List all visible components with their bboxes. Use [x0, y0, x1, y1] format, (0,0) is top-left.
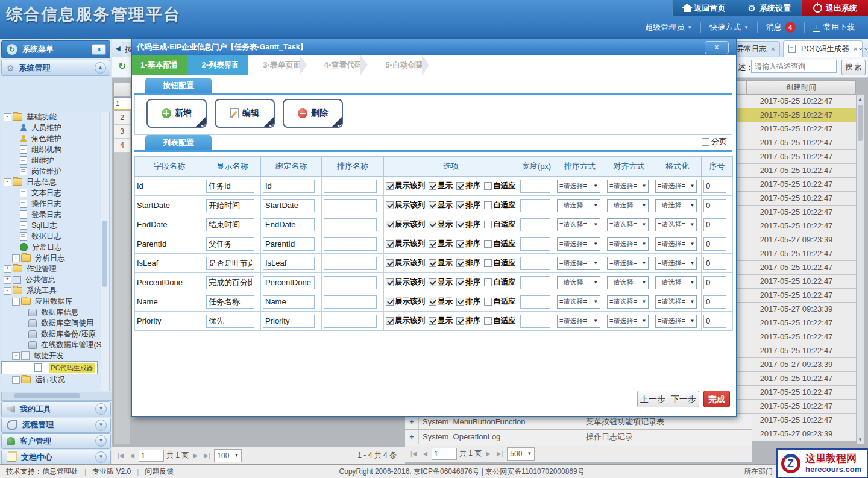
- tree-item-系统工具[interactable]: -系统工具: [1, 285, 102, 296]
- table-row[interactable]: 2017-05-27 09:23:39: [737, 303, 856, 316]
- width-input[interactable]: [520, 180, 550, 193]
- seq-input[interactable]: [703, 257, 726, 270]
- checkbox-自适应[interactable]: [484, 298, 492, 306]
- checkbox-展示该列[interactable]: [386, 298, 394, 306]
- tree-item-运行状况[interactable]: +运行状况: [1, 374, 102, 385]
- next-page-icon[interactable]: ▶: [484, 450, 492, 457]
- footer-item[interactable]: 问题反馈: [139, 467, 180, 477]
- page-number-input[interactable]: [432, 448, 457, 460]
- checkbox-展示该列[interactable]: [386, 317, 394, 325]
- next-page-icon[interactable]: ▶: [191, 452, 200, 459]
- sort-name-input[interactable]: [324, 276, 377, 289]
- checkbox-显示[interactable]: [429, 240, 436, 248]
- refresh-icon[interactable]: ↻: [7, 44, 17, 55]
- checkbox-展示该列[interactable]: [386, 278, 394, 286]
- sort-name-input[interactable]: [324, 295, 377, 309]
- tree-item-数据库空间使用[interactable]: 数据库空间使用: [1, 318, 102, 329]
- display-name-input[interactable]: [206, 315, 254, 328]
- format-select[interactable]: =请选择=▼: [655, 257, 697, 270]
- nav-home-button[interactable]: 返回首页: [672, 0, 737, 16]
- page-size-select[interactable]: 500 ▼: [507, 447, 535, 461]
- tree-item-数据库信息[interactable]: 数据库信息: [1, 307, 102, 318]
- seq-input[interactable]: [703, 199, 726, 212]
- table-row[interactable]: 2017-05-25 10:22:47: [737, 289, 856, 303]
- width-input[interactable]: [520, 295, 550, 309]
- display-name-input[interactable]: [206, 257, 254, 270]
- page-number-input[interactable]: [139, 450, 164, 462]
- checkbox-展示该列[interactable]: [386, 182, 394, 190]
- table-row[interactable]: 2017-05-25 10:22:47: [737, 108, 856, 122]
- bind-name-input[interactable]: [263, 276, 315, 289]
- format-select[interactable]: =请选择=▼: [655, 199, 697, 212]
- checkbox-自适应[interactable]: [484, 221, 492, 228]
- prev-page-icon[interactable]: ◀: [421, 450, 429, 457]
- collapse-icon[interactable]: -: [4, 113, 11, 121]
- sort-name-input[interactable]: [324, 199, 377, 212]
- bind-name-input[interactable]: [263, 199, 315, 212]
- align-select[interactable]: =请选择=▼: [607, 199, 649, 212]
- table-row[interactable]: 2017-05-25 10:22:47: [737, 316, 856, 330]
- format-select[interactable]: =请选择=▼: [655, 237, 697, 251]
- tree-item-岗位维护[interactable]: 岗位维护: [1, 166, 102, 177]
- first-page-icon[interactable]: |◀: [116, 452, 125, 459]
- modal-close-button[interactable]: x: [705, 41, 729, 54]
- chevron-up-icon[interactable]: ▲: [95, 62, 106, 74]
- tree-item-人员维护[interactable]: 人员维护: [1, 122, 102, 133]
- display-name-input[interactable]: [206, 237, 254, 251]
- tree-item-数据日志[interactable]: 数据日志: [1, 231, 102, 242]
- next-step-button[interactable]: 下一步: [668, 391, 699, 407]
- table-row[interactable]: 2017-05-25 10:22:47: [737, 386, 856, 400]
- checkbox-显示[interactable]: [429, 298, 436, 306]
- close-icon[interactable]: ×: [771, 45, 775, 52]
- sort-name-input[interactable]: [324, 218, 377, 231]
- width-input[interactable]: [520, 199, 550, 212]
- tree-item-PC代码生成器[interactable]: PC代码生成器: [1, 361, 98, 374]
- paging-checkbox[interactable]: [702, 138, 709, 146]
- table-row[interactable]: 2017-05-25 10:22:47: [737, 192, 856, 206]
- format-select[interactable]: =请选择=▼: [655, 295, 697, 309]
- sidebar-collapse-button[interactable]: «: [92, 44, 106, 55]
- align-select[interactable]: =请选择=▼: [607, 276, 649, 289]
- seq-input[interactable]: [703, 315, 726, 328]
- checkbox-排序[interactable]: [456, 298, 464, 306]
- checkbox-展示该列[interactable]: [386, 221, 394, 228]
- checkbox-自适应[interactable]: [484, 240, 492, 248]
- wizard-step-2-列表界面[interactable]: 2-列表界面: [187, 55, 249, 75]
- tree-item-组维护[interactable]: 组维护: [1, 155, 102, 166]
- accordion-我的工具[interactable]: 我的工具▼: [1, 401, 111, 417]
- scroll-down-icon[interactable]: ▼: [857, 436, 864, 444]
- search-input[interactable]: [751, 60, 837, 73]
- table-row[interactable]: 2017-05-25 10:22:47: [737, 414, 856, 427]
- delete-button[interactable]: 删除: [283, 99, 343, 128]
- format-select[interactable]: =请选择=▼: [655, 276, 697, 289]
- bind-name-input[interactable]: [263, 180, 315, 193]
- width-input[interactable]: [520, 276, 550, 289]
- bind-name-input[interactable]: [263, 295, 315, 309]
- seq-input[interactable]: [703, 237, 726, 251]
- sort-select[interactable]: =请选择=▼: [557, 295, 600, 309]
- row-number-cell[interactable]: 2: [113, 111, 130, 125]
- finish-button[interactable]: 完成: [703, 391, 730, 407]
- sort-select[interactable]: =请选择=▼: [557, 315, 600, 328]
- tree-item-敏捷开发[interactable]: -敏捷开发: [1, 350, 102, 361]
- sort-name-input[interactable]: [324, 237, 377, 251]
- checkbox-显示[interactable]: [429, 182, 436, 190]
- messages-menu[interactable]: 消息4: [758, 22, 805, 33]
- table-row[interactable]: 2017-05-25 10:22:47: [737, 372, 856, 386]
- prev-step-button[interactable]: 上一步: [637, 391, 668, 407]
- downloads-menu[interactable]: ↓常用下载: [805, 22, 863, 33]
- add-button[interactable]: 新增: [146, 99, 207, 128]
- tree-item-公共信息[interactable]: +公共信息: [1, 274, 102, 285]
- tab-scroll-left-icon[interactable]: ◀: [113, 43, 122, 54]
- format-select[interactable]: =请选择=▼: [655, 218, 697, 231]
- right-grid-scrollbar[interactable]: ▲ ▼: [856, 95, 864, 444]
- shortcut-menu[interactable]: 快捷方式▼: [701, 22, 758, 33]
- accordion-文档中心[interactable]: 文档中心▼: [1, 450, 111, 465]
- table-row-System_MenuButtonFunction[interactable]: +System_MenuButtonFunction菜单按钮功能项记录表: [405, 415, 752, 430]
- first-page-icon[interactable]: |◀: [409, 450, 418, 457]
- align-select[interactable]: =请选择=▼: [607, 315, 649, 328]
- sort-name-input[interactable]: [324, 315, 377, 328]
- checkbox-显示[interactable]: [429, 259, 436, 267]
- table-row[interactable]: 2017-05-25 10:22:47: [737, 330, 856, 344]
- checkbox-展示该列[interactable]: [386, 201, 394, 209]
